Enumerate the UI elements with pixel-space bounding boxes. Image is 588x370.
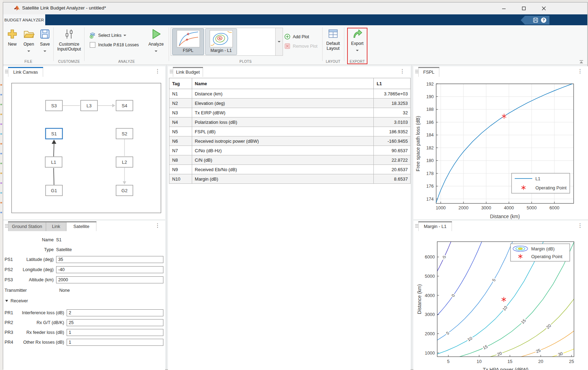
- table-row-n9[interactable]: N9Received Eb/No (dB)20.6537: [169, 165, 411, 174]
- close-button[interactable]: [536, 4, 552, 13]
- select-links-button[interactable]: Select Links: [89, 32, 126, 39]
- help-icon[interactable]: ?: [541, 17, 547, 23]
- table-row-n5[interactable]: N5FSPL (dB)186.9352: [169, 127, 411, 136]
- tab-fspl[interactable]: FSPL: [418, 67, 439, 77]
- export-button[interactable]: Export: [348, 28, 367, 52]
- tab-margin-l1[interactable]: Margin - L1: [418, 221, 452, 231]
- open-button[interactable]: Open: [21, 28, 37, 53]
- link-canvas-menu-kebab-icon[interactable]: ⋮: [155, 68, 160, 74]
- table-row-n3[interactable]: N3Tx EIRP (dBW)32: [169, 108, 411, 117]
- vertical-splitter-left[interactable]: [165, 65, 168, 369]
- panel-margin: Margin - L1 ⋮ -5055101015152020253051015…: [413, 221, 588, 370]
- canvas-node-l3[interactable]: L3: [81, 100, 97, 111]
- gallery-item-margin-l1[interactable]: Margin - L1: [205, 28, 237, 55]
- add-plot-icon: [284, 34, 290, 40]
- table-row-n7[interactable]: N7C/No (dB-Hz)90.6537: [169, 146, 411, 155]
- ps2-input[interactable]: [56, 266, 163, 273]
- table-row-n10[interactable]: N10Margin (dB)8.6537: [169, 174, 411, 184]
- table-header-row: TagNameL1: [169, 78, 411, 89]
- canvas-node-s3[interactable]: S3: [46, 100, 62, 111]
- fspl-menu-kebab-icon[interactable]: ⋮: [577, 68, 583, 74]
- tab-satellite[interactable]: Satellite: [66, 221, 96, 231]
- add-plot-button[interactable]: Add Plot: [284, 34, 309, 40]
- customize-input-output-button[interactable]: Customize Input/Output: [54, 28, 84, 52]
- maximize-button[interactable]: [516, 4, 532, 13]
- pr1-input[interactable]: [67, 309, 163, 316]
- remove-plot-button[interactable]: Remove Plot: [284, 43, 317, 49]
- panel-drag-grip-icon[interactable]: [5, 69, 8, 74]
- horizontal-splitter-left[interactable]: [3, 219, 165, 221]
- table-row-n4[interactable]: N4Polarization loss (dB)3.0103: [169, 117, 411, 127]
- group-label-plots: PLOTS: [169, 60, 322, 63]
- property-row-name: NameS1: [5, 236, 163, 244]
- quick-access-toolbar: ?: [521, 16, 549, 25]
- ps1-input[interactable]: [56, 256, 163, 263]
- new-button[interactable]: New: [5, 28, 20, 47]
- properties-menu-kebab-icon[interactable]: ⋮: [155, 223, 160, 228]
- svg-text:1000: 1000: [425, 350, 435, 356]
- column-header-tag[interactable]: Tag: [169, 78, 192, 89]
- table-row-n1[interactable]: N1Distance (km)3.7865e+03: [169, 89, 411, 99]
- tab-link[interactable]: Link: [46, 221, 66, 231]
- tab-ground-station[interactable]: Ground Station: [8, 221, 46, 231]
- canvas-node-l1[interactable]: L1: [45, 157, 62, 167]
- table-row-n2[interactable]: N2Elevation (deg)18.3253: [169, 99, 411, 108]
- title-bar: Satellite Link Budget Analyzer - untitle…: [3, 2, 587, 14]
- column-header-l1[interactable]: L1: [374, 78, 411, 89]
- canvas-node-l2[interactable]: L2: [116, 157, 133, 167]
- save-button[interactable]: Save: [38, 28, 52, 53]
- canvas-edge-g1-l1[interactable]: [54, 168, 54, 185]
- quick-save-icon[interactable]: [533, 18, 538, 23]
- gallery-item-fspl[interactable]: FSPL: [172, 28, 204, 55]
- panel-drag-grip-icon[interactable]: [415, 69, 418, 74]
- tab-link-budget[interactable]: Link Budget: [173, 67, 203, 77]
- sliders-icon: [64, 28, 74, 40]
- default-layout-button[interactable]: Default Layout: [323, 28, 343, 51]
- minimize-button[interactable]: [496, 4, 512, 13]
- property-row-transmitter: TransmitterNone: [5, 287, 163, 294]
- table-row-n8[interactable]: N8C/N (dB)22.8722: [169, 155, 411, 165]
- open-icon: [23, 28, 34, 40]
- collapse-ribbon-icon[interactable]: [579, 60, 584, 64]
- open-dropdown-caret[interactable]: [27, 51, 30, 52]
- margin-menu-kebab-icon[interactable]: ⋮: [577, 223, 583, 228]
- ribbon: New Open Save FILE: [3, 25, 587, 65]
- canvas-node-s1[interactable]: S1: [46, 128, 62, 139]
- gallery-expand-button[interactable]: [276, 28, 283, 56]
- include-p618-losses-checkbox[interactable]: Include P.618 Losses: [90, 42, 139, 48]
- pr4-input[interactable]: [67, 339, 163, 346]
- canvas-node-g2[interactable]: G2: [116, 185, 133, 196]
- vertical-splitter-right[interactable]: [411, 65, 413, 369]
- canvas-node-s4[interactable]: S4: [116, 100, 133, 111]
- svg-text:180: 180: [426, 158, 434, 163]
- svg-text:5: 5: [447, 359, 450, 364]
- panel-drag-grip-icon[interactable]: [170, 69, 173, 74]
- table-row-n6[interactable]: N6Received isotropic power (dBW)-160.945…: [169, 136, 411, 146]
- pr3-input[interactable]: [67, 329, 163, 336]
- analyze-button[interactable]: Analyze: [145, 28, 167, 53]
- tab-link-canvas[interactable]: Link Canvas: [8, 67, 43, 77]
- panel-drag-grip-icon[interactable]: [415, 223, 418, 228]
- tab-budget-analyzer[interactable]: BUDGET ANALYZER: [3, 14, 45, 25]
- svg-text:Operating Point: Operating Point: [535, 185, 567, 190]
- svg-text:S3: S3: [51, 103, 57, 108]
- horizontal-splitter-right[interactable]: [413, 219, 588, 221]
- save-dropdown-caret[interactable]: [43, 51, 46, 52]
- pr2-input[interactable]: [67, 319, 163, 326]
- ps3-input[interactable]: [56, 276, 163, 283]
- analyze-dropdown-caret[interactable]: [155, 51, 157, 52]
- transmitter-value: None: [59, 288, 70, 293]
- svg-text:6000: 6000: [549, 205, 559, 210]
- background-window-artifact: [0, 114, 2, 115]
- collapse-caret-icon[interactable]: [5, 300, 8, 302]
- column-header-name[interactable]: Name: [192, 78, 374, 89]
- margin-contour-chart: -505510101515202025305101520251000200030…: [413, 231, 588, 370]
- export-dropdown-caret[interactable]: [356, 50, 359, 51]
- background-window-artifact: [0, 202, 2, 203]
- margin-body: -505510101515202025305101520251000200030…: [413, 231, 588, 370]
- canvas-node-g1[interactable]: G1: [46, 185, 62, 196]
- canvas-node-s2[interactable]: S2: [116, 128, 133, 139]
- link-budget-menu-kebab-icon[interactable]: ⋮: [400, 68, 405, 74]
- panel-drag-grip-icon[interactable]: [5, 223, 8, 228]
- link-canvas-diagram[interactable]: S3L3S4S1S2L1L2G1G2: [3, 77, 165, 219]
